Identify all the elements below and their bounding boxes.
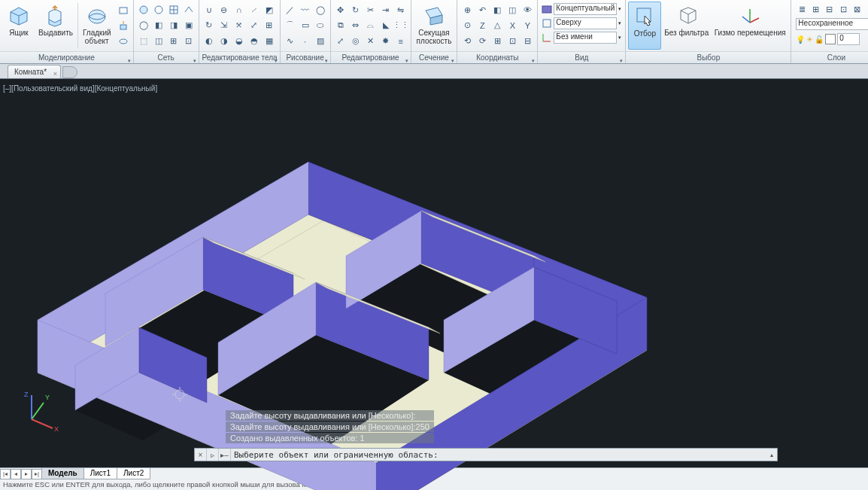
sheet-first-icon[interactable]: |◂ bbox=[0, 469, 11, 479]
mesh-g-icon[interactable]: ⊞ bbox=[167, 35, 181, 48]
mesh-a-icon[interactable]: ◯ bbox=[137, 19, 150, 32]
copy-icon[interactable]: ⧉ bbox=[334, 19, 348, 32]
move-gizmo-button[interactable]: Гизмо перемещения bbox=[712, 2, 788, 50]
presspull-icon[interactable] bbox=[117, 19, 130, 32]
array-icon[interactable]: ⋮⋮ bbox=[394, 19, 408, 32]
panel-modify-title[interactable]: Редактирование▾ bbox=[331, 51, 411, 63]
layer-state-dropdown[interactable]: Несохраненное состояние л bbox=[794, 17, 868, 31]
panel-view-title[interactable]: Вид▾ bbox=[538, 51, 625, 63]
se-b-icon[interactable]: ↻ bbox=[202, 19, 216, 32]
rect-icon[interactable]: ▭ bbox=[299, 19, 312, 32]
ucs-e-icon[interactable]: ⊟ bbox=[520, 35, 534, 48]
mesh-c-icon[interactable]: ◨ bbox=[167, 19, 181, 32]
mesh-h-icon[interactable]: ⊡ bbox=[182, 35, 196, 48]
se-d-icon[interactable]: ⤧ bbox=[232, 19, 246, 32]
ucs-c-icon[interactable]: ⊞ bbox=[490, 35, 504, 48]
layer-f-icon[interactable]: ▤ bbox=[865, 2, 868, 16]
new-tab-button[interactable] bbox=[62, 66, 77, 78]
ucs-3p-icon[interactable]: △ bbox=[490, 19, 504, 32]
stretch-icon[interactable]: ⇔ bbox=[349, 19, 363, 32]
se-k-icon[interactable]: ▦ bbox=[263, 35, 276, 48]
mesh-b-icon[interactable]: ◧ bbox=[152, 19, 165, 32]
mesh-smooth-more-icon[interactable] bbox=[137, 3, 150, 17]
mesh-smooth-less-icon[interactable] bbox=[152, 3, 165, 17]
view-projection-dropdown[interactable]: Сверху ▾ bbox=[540, 17, 623, 30]
layer-b-icon[interactable]: ⊞ bbox=[810, 2, 821, 16]
se-c-icon[interactable]: ⇲ bbox=[217, 19, 231, 32]
revolve-icon[interactable] bbox=[117, 35, 130, 48]
trim-icon[interactable]: ✂ bbox=[364, 3, 378, 17]
box-button[interactable]: Ящик bbox=[2, 2, 35, 50]
se-g-icon[interactable]: ◐ bbox=[202, 35, 216, 48]
ucs-prev-icon[interactable]: ↶ bbox=[475, 3, 489, 17]
ucs-obj-icon[interactable]: ◫ bbox=[505, 3, 519, 17]
se-a-icon[interactable]: ◩ bbox=[263, 3, 276, 17]
subtract-icon[interactable]: ⊖ bbox=[217, 3, 231, 17]
layer-a-icon[interactable]: ≣ bbox=[796, 2, 807, 16]
panel-solid-edit-title[interactable]: Редактирование тела▾ bbox=[199, 51, 280, 63]
current-layer-dropdown[interactable]: 💡 ☀ 🔓 0 bbox=[794, 32, 868, 46]
smooth-object-button[interactable]: Гладкий объект bbox=[80, 2, 114, 50]
layer-c-icon[interactable]: ⊟ bbox=[824, 2, 835, 16]
section-plane-button[interactable]: Секущая плоскость bbox=[414, 2, 455, 50]
panel-section-title[interactable]: Сечение▾ bbox=[411, 51, 457, 63]
explode-icon[interactable]: ✸ bbox=[379, 35, 393, 48]
fillet-icon[interactable]: ⌓ bbox=[364, 19, 378, 32]
ucs-y-icon[interactable]: Y bbox=[520, 19, 534, 32]
se-i-icon[interactable]: ◒ bbox=[232, 35, 246, 48]
erase-icon[interactable]: ✕ bbox=[364, 35, 378, 48]
arc-icon[interactable]: ⌒ bbox=[284, 19, 297, 32]
se-j-icon[interactable]: ◓ bbox=[247, 35, 261, 48]
panel-coords-title[interactable]: Координаты▾ bbox=[457, 51, 537, 63]
slice-icon[interactable]: ⟋ bbox=[247, 3, 261, 17]
circle-icon[interactable]: ◯ bbox=[314, 3, 327, 17]
close-icon[interactable]: × bbox=[195, 449, 207, 461]
chamfer-icon[interactable]: ◣ bbox=[379, 19, 393, 32]
polyline-icon[interactable]: 〰 bbox=[299, 3, 312, 17]
ucs-origin-icon[interactable]: ⊙ bbox=[460, 19, 474, 32]
chevron-right-icon[interactable]: ▹ bbox=[207, 449, 219, 461]
spline-icon[interactable]: ∿ bbox=[284, 35, 297, 48]
hatch-icon[interactable]: ▨ bbox=[314, 35, 327, 48]
mesh-f-icon[interactable]: ◫ bbox=[152, 35, 165, 48]
ucs-d-icon[interactable]: ⊡ bbox=[505, 35, 519, 48]
named-ucs-dropdown[interactable]: Без имени ▾ bbox=[540, 31, 623, 44]
polysolid-icon[interactable] bbox=[117, 3, 130, 17]
ellipse-icon[interactable]: ⬭ bbox=[314, 19, 327, 32]
point-icon[interactable]: · bbox=[299, 35, 312, 48]
mesh-crease-icon[interactable] bbox=[182, 3, 196, 17]
command-line[interactable]: × ▹ ▸– Выберите объект или ограниченную … bbox=[194, 448, 778, 461]
ucs-a-icon[interactable]: ⟲ bbox=[460, 35, 474, 48]
mesh-refine-icon[interactable] bbox=[167, 3, 181, 17]
mesh-e-icon[interactable]: ⬚ bbox=[137, 35, 150, 48]
mesh-d-icon[interactable]: ▣ bbox=[182, 19, 196, 32]
layer-e-icon[interactable]: ⊠ bbox=[851, 2, 863, 16]
union-icon[interactable]: ∪ bbox=[202, 3, 216, 17]
ucs-view-icon[interactable]: 👁 bbox=[520, 3, 534, 17]
se-h-icon[interactable]: ◑ bbox=[217, 35, 231, 48]
ucs-face-icon[interactable]: ◧ bbox=[490, 3, 504, 17]
viewport-corner-label[interactable]: [–][Пользовательский вид][Концептуальный… bbox=[3, 84, 157, 93]
mirror-icon[interactable]: ⇋ bbox=[394, 3, 408, 17]
panel-draw-title[interactable]: Рисование▾ bbox=[281, 51, 330, 63]
ucs-x-icon[interactable]: X bbox=[505, 19, 519, 32]
ucs-b-icon[interactable]: ⟳ bbox=[475, 35, 489, 48]
se-f-icon[interactable]: ⊞ bbox=[263, 19, 276, 32]
rotate-icon[interactable]: ↻ bbox=[349, 3, 363, 17]
pick-button[interactable]: Отбор bbox=[628, 2, 661, 50]
sheet-prev-icon[interactable]: ◂ bbox=[11, 469, 21, 479]
move-icon[interactable]: ✥ bbox=[334, 3, 348, 17]
file-tab[interactable]: Комната* × bbox=[8, 65, 61, 78]
se-e-icon[interactable]: ⤢ bbox=[247, 19, 261, 32]
offset-icon[interactable]: ◎ bbox=[349, 35, 363, 48]
panel-mesh-title[interactable]: Сеть▾ bbox=[134, 51, 199, 63]
chevron-up-icon[interactable]: ▴ bbox=[766, 452, 777, 458]
align-icon[interactable]: ≡ bbox=[394, 35, 408, 48]
ucs-z-icon[interactable]: Z bbox=[475, 19, 489, 32]
no-filter-button[interactable]: Без фильтра bbox=[661, 2, 712, 50]
scale-icon[interactable]: ⤢ bbox=[334, 35, 348, 48]
extrude-button[interactable]: Выдавить bbox=[35, 2, 76, 50]
intersect-icon[interactable]: ∩ bbox=[232, 3, 246, 17]
panel-modeling-title[interactable]: Моделирование▾ bbox=[0, 51, 133, 63]
model-viewport[interactable]: [–][Пользовательский вид][Концептуальный… bbox=[0, 79, 868, 467]
